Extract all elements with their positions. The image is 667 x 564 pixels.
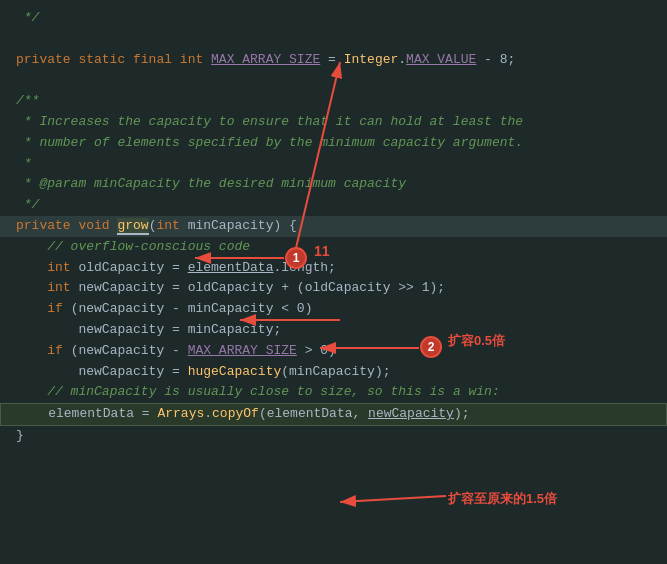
code-line-4: [16, 70, 651, 91]
code-line-11: private void grow(int minCapacity) {: [0, 216, 667, 237]
code-line-5: /**: [16, 91, 651, 112]
code-line-2: [16, 29, 651, 50]
code-line-20: elementData = Arrays.copyOf(elementData,…: [0, 403, 667, 426]
code-line-6: * Increases the capacity to ensure that …: [16, 112, 651, 133]
annotation-expand-1-5: 扩容至原来的1.5倍: [448, 490, 557, 508]
annotation-circle-2: 2: [420, 336, 442, 358]
code-line-17: if (newCapacity - MAX_ARRAY_SIZE > 0): [16, 341, 651, 362]
annotation-label-11: 11: [314, 243, 330, 259]
annotation-circle-1: 1: [285, 247, 307, 269]
annotation-expand-half: 扩容0.5倍: [448, 332, 505, 350]
code-line-19: // minCapacity is usually close to size,…: [16, 382, 651, 403]
code-line-12: // overflow-conscious code: [16, 237, 651, 258]
code-line-13: int oldCapacity = elementData.length;: [16, 258, 651, 279]
code-line-1: */: [16, 8, 651, 29]
arrow-5: [340, 496, 446, 502]
code-line-7: * number of elements specified by the mi…: [16, 133, 651, 154]
code-line-16: newCapacity = minCapacity;: [16, 320, 651, 341]
code-line-10: */: [16, 195, 651, 216]
code-line-18: newCapacity = hugeCapacity(minCapacity);: [16, 362, 651, 383]
code-line-8: *: [16, 154, 651, 175]
code-line-21: }: [16, 426, 651, 447]
code-line-9: * @param minCapacity the desired minimum…: [16, 174, 651, 195]
code-line-3: private static final int MAX_ARRAY_SIZE …: [16, 50, 651, 71]
code-line-15: if (newCapacity - minCapacity < 0): [16, 299, 651, 320]
code-container: */ private static final int MAX_ARRAY_SI…: [0, 0, 667, 455]
code-line-14: int newCapacity = oldCapacity + (oldCapa…: [16, 278, 651, 299]
